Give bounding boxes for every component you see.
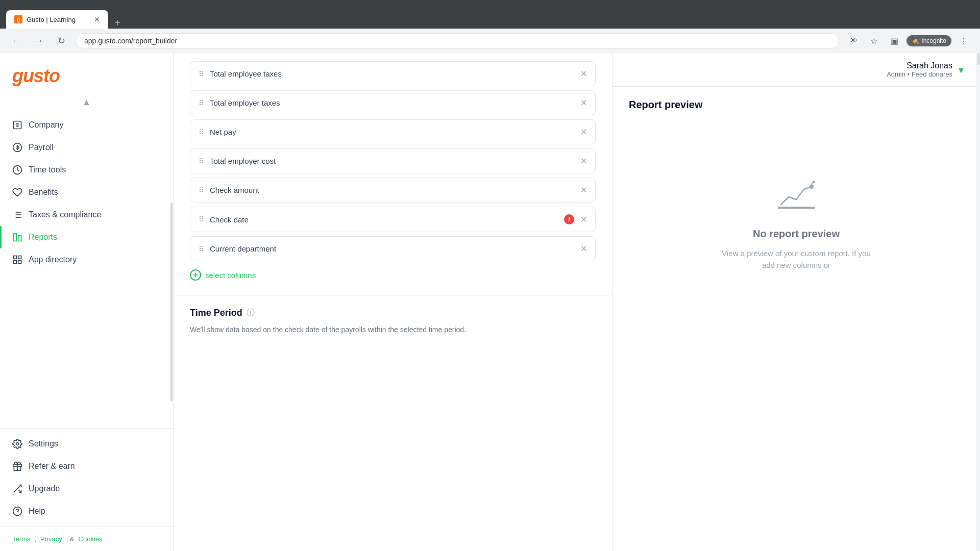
sidebar-scrollbar[interactable] <box>169 53 173 551</box>
sidebar: gusto ▲ Company Payroll <box>0 53 174 551</box>
select-columns-label: select columns <box>205 271 256 280</box>
sidebar-item-app-directory[interactable]: App directory <box>0 248 173 271</box>
sidebar-item-benefits[interactable]: Benefits <box>0 181 173 204</box>
privacy-link[interactable]: Privacy <box>40 535 62 543</box>
sidebar-item-label: App directory <box>29 255 77 264</box>
right-scrollbar-thumb <box>977 53 979 65</box>
drag-handle[interactable]: ⠿ <box>199 245 204 253</box>
browser-tabs: g Gusto | Learning ✕ + <box>6 0 125 29</box>
svg-rect-9 <box>14 234 17 241</box>
remove-column-button[interactable]: ✕ <box>580 244 587 254</box>
drag-handle[interactable]: ⠿ <box>199 70 204 78</box>
sidebar-scroll-up[interactable]: ▲ <box>0 95 173 110</box>
incognito-label: Incognito <box>921 37 946 44</box>
sidebar-item-label: Reports <box>29 233 57 242</box>
sidebar-item-label: Time tools <box>29 165 66 174</box>
menu-button[interactable]: ⋮ <box>955 33 972 49</box>
drag-handle[interactable]: ⠿ <box>199 99 204 107</box>
sidebar-item-payroll[interactable]: Payroll <box>0 136 173 159</box>
right-top-bar: Sarah Jonas Admin • Feed donares ▾ <box>612 53 980 87</box>
separator1: , <box>34 535 36 543</box>
column-name: Current department <box>210 244 574 253</box>
sidebar-footer: Terms , Privacy , & Cookies <box>0 527 173 551</box>
sidebar-item-label: Payroll <box>29 143 54 152</box>
right-scrollbar[interactable] <box>976 53 980 551</box>
drag-handle[interactable]: ⠿ <box>199 128 204 136</box>
remove-column-button[interactable]: ✕ <box>580 215 587 224</box>
address-bar[interactable]: app.gusto.com/report_builder <box>76 33 839 48</box>
right-panel: Sarah Jonas Admin • Feed donares ▾ Repor… <box>612 53 980 551</box>
remove-column-button[interactable]: ✕ <box>580 185 587 195</box>
forward-button[interactable]: → <box>31 33 47 49</box>
question-icon <box>12 506 22 516</box>
gusto-logo: gusto <box>12 65 161 87</box>
chevron-down-icon[interactable]: ▾ <box>959 64 964 76</box>
column-item-current-department: ⠿ Current department ✕ <box>190 236 596 261</box>
sidebar-item-label: Company <box>29 120 63 130</box>
user-info: Sarah Jonas Admin • Feed donares <box>887 61 952 78</box>
eye-slash-icon[interactable]: 👁 <box>845 33 862 49</box>
drag-handle[interactable]: ⠿ <box>199 215 204 223</box>
sidebar-item-taxes[interactable]: Taxes & compliance <box>0 204 173 226</box>
drag-handle[interactable]: ⠿ <box>199 157 204 165</box>
tab-close-button[interactable]: ✕ <box>94 15 100 23</box>
dollar-icon <box>12 142 22 153</box>
remove-column-button[interactable]: ✕ <box>580 69 587 79</box>
report-builder-panel: ⠿ Total employee taxes ✕ ⠿ Total employe… <box>174 53 612 551</box>
no-preview-chart-icon <box>776 179 817 220</box>
svg-rect-13 <box>14 261 17 264</box>
svg-point-23 <box>810 185 814 189</box>
select-columns-button[interactable]: + select columns <box>190 265 596 285</box>
sidebar-header: gusto <box>0 53 173 95</box>
column-name: Check date <box>210 215 558 224</box>
reload-button[interactable]: ↻ <box>53 33 69 49</box>
plus-circle-icon: + <box>190 269 201 281</box>
sidebar-item-company[interactable]: Company <box>0 114 173 136</box>
column-item-net-pay: ⠿ Net pay ✕ <box>190 119 596 144</box>
sidebar-item-label: Refer & earn <box>29 462 75 471</box>
browser-nav: ← → ↻ app.gusto.com/report_builder 👁 ☆ ▣… <box>0 29 980 53</box>
drag-handle[interactable]: ⠿ <box>199 186 204 194</box>
sidebar-nav: Company Payroll Time tools Benefits <box>0 110 173 428</box>
column-item-total-employer-taxes: ⠿ Total employer taxes ✕ <box>190 90 596 115</box>
new-tab-button[interactable]: + <box>110 17 125 29</box>
user-role: Admin • Feed donares <box>887 70 952 78</box>
column-name: Check amount <box>210 186 574 194</box>
incognito-icon: 🕵 <box>912 37 919 44</box>
grid-icon <box>12 255 22 265</box>
gear-icon <box>12 439 22 449</box>
sidebar-item-help[interactable]: Help <box>0 500 173 522</box>
warning-icon: ! <box>564 214 574 224</box>
no-preview-state: No report preview View a preview of your… <box>629 123 964 327</box>
sidebar-item-label: Taxes & compliance <box>29 210 101 219</box>
column-name: Total employer taxes <box>210 98 574 107</box>
column-item-check-amount: ⠿ Check amount ✕ <box>190 178 596 203</box>
time-period-description: We'll show data based on the check date … <box>190 324 596 335</box>
no-preview-title: No report preview <box>753 228 840 240</box>
active-tab[interactable]: g Gusto | Learning ✕ <box>6 10 108 29</box>
clock-icon <box>12 165 22 175</box>
sidebar-item-time-tools[interactable]: Time tools <box>0 159 173 181</box>
sidebar-item-settings[interactable]: Settings <box>0 433 173 455</box>
svg-rect-12 <box>18 256 21 259</box>
sidebar-item-upgrade[interactable]: Upgrade <box>0 478 173 500</box>
info-icon[interactable]: ⓘ <box>247 308 255 318</box>
cookies-link[interactable]: Cookies <box>79 535 103 543</box>
app-layout: gusto ▲ Company Payroll <box>0 53 980 551</box>
svg-rect-22 <box>778 207 814 208</box>
bookmark-icon[interactable]: ☆ <box>866 33 882 49</box>
sidebar-item-reports[interactable]: Reports <box>0 226 173 248</box>
svg-rect-11 <box>14 256 17 259</box>
column-name: Total employee taxes <box>210 69 574 78</box>
svg-rect-10 <box>18 236 21 241</box>
time-period-section: Time Period ⓘ We'll show data based on t… <box>174 295 612 347</box>
back-button[interactable]: ← <box>8 33 24 49</box>
remove-column-button[interactable]: ✕ <box>580 127 587 137</box>
column-name: Net pay <box>210 128 574 136</box>
remove-column-button[interactable]: ✕ <box>580 156 587 166</box>
remove-column-button[interactable]: ✕ <box>580 98 587 108</box>
terms-link[interactable]: Terms <box>12 535 30 543</box>
svg-rect-14 <box>18 261 21 264</box>
tablet-icon[interactable]: ▣ <box>886 33 902 49</box>
sidebar-item-refer[interactable]: Refer & earn <box>0 455 173 478</box>
